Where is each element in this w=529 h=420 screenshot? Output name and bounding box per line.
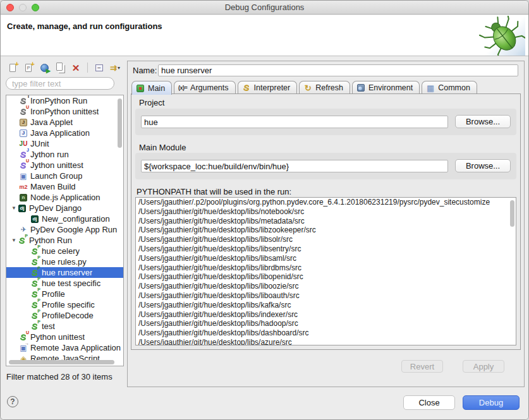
tree-item-label: PyDev Django	[29, 203, 82, 213]
tree-item-label: Java Applet	[30, 117, 73, 127]
tree-item[interactable]: ▼djPyDev Django	[6, 203, 123, 213]
tree-item-label: Python unittest	[30, 332, 85, 342]
common-tab-icon: ▦	[426, 83, 435, 92]
ironpython-run-icon: I	[19, 97, 28, 105]
name-input[interactable]	[158, 64, 518, 76]
tree-item-label: Remote Java Application	[30, 343, 121, 352]
filter-status: Filter matched 28 of 30 items	[6, 372, 112, 381]
collapse-all-icon[interactable]: −	[94, 62, 105, 73]
tab-refresh[interactable]: ↻Refresh	[299, 81, 350, 94]
launch-group-icon: ▣	[19, 172, 28, 181]
tree-item-label: IronPython Run	[30, 96, 87, 105]
tree-vscrollbar-thumb[interactable]	[118, 99, 122, 148]
project-browse-button[interactable]: Browse...	[455, 115, 511, 128]
tree-item[interactable]: djNew_configuration	[6, 213, 123, 224]
main-tab-content: Project Browse... Main Module Browse... …	[131, 93, 521, 350]
tree-item[interactable]: PProfile specific	[6, 299, 123, 310]
tab-label: Common	[438, 83, 470, 92]
pythonpath-entry[interactable]: /Users/jgauthier/git/hue/desktop/libs/ha…	[136, 319, 516, 328]
tab-arguments[interactable]: (x)=Arguments	[174, 81, 235, 94]
tree-item[interactable]: Phue runserver	[6, 267, 123, 278]
main-module-input[interactable]	[141, 160, 448, 172]
revert-button[interactable]: Revert	[401, 360, 443, 373]
pythonpath-entry[interactable]: /Users/jgauthier/git/hue/desktop/libs/ka…	[136, 301, 516, 310]
project-input[interactable]	[141, 116, 448, 128]
tree-item[interactable]: JJython run	[6, 149, 123, 160]
arguments-tab-icon: (x)=	[178, 83, 187, 92]
debug-bug-icon	[478, 16, 525, 56]
debug-button[interactable]: Debug	[463, 395, 520, 410]
expand-arrow-icon[interactable]: ▼	[11, 237, 18, 243]
tree-item[interactable]: Phue celery	[6, 246, 123, 256]
pythonpath-entry[interactable]: /Users/jgauthier/git/hue/desktop/libs/da…	[136, 328, 516, 338]
configurations-tree[interactable]: IIronPython RunUIronPython unittestJJava…	[6, 95, 124, 366]
tree-item[interactable]: Ptest	[6, 321, 123, 332]
tab-main[interactable]: Main	[131, 81, 172, 95]
main-module-browse-button[interactable]: Browse...	[455, 159, 511, 172]
zoom-window-icon[interactable]	[32, 4, 39, 11]
tree-item[interactable]: JJava Applet	[6, 117, 123, 128]
window-title: Debug Configurations	[225, 3, 305, 12]
pythonpath-entry[interactable]: /Users/jgauthier/git/hue/desktop/libs/li…	[136, 291, 516, 301]
expand-arrow-icon[interactable]: ▼	[11, 205, 18, 211]
pythonpath-entry[interactable]: /Users/jgauthier/git/hue/desktop/libs/az…	[136, 338, 516, 345]
pythonpath-entry[interactable]: /Users/jgauthier/git/hue/desktop/libs/li…	[136, 272, 516, 282]
tree-item[interactable]: nNode.js Application	[6, 192, 123, 203]
pythonpath-entry[interactable]: /Users/jgauthier/git/hue/desktop/libs/in…	[136, 310, 516, 320]
tree-item[interactable]: ▣→Remote Java Application	[6, 342, 123, 353]
tab-label: Refresh	[315, 83, 343, 92]
tree-item[interactable]: UPython unittest	[6, 332, 123, 342]
tab-label: Main	[148, 84, 165, 93]
pythonpath-entry[interactable]: /Users/jgauthier/git/hue/desktop/libs/no…	[136, 207, 516, 217]
pythonpath-entry[interactable]: /Users/jgauthier/git/hue/desktop/libs/li…	[136, 225, 516, 235]
tree-item-label: hue runserver	[42, 268, 92, 277]
tab-common[interactable]: ▦Common	[422, 81, 477, 94]
tree-item[interactable]: ✈PyDev Google App Run	[6, 224, 123, 235]
tree-item[interactable]: m2Maven Build	[6, 181, 123, 192]
tree-item[interactable]: ▼PPython Run	[6, 235, 123, 246]
tree-item[interactable]: JUJUnit	[6, 138, 123, 149]
python-run-icon: P	[30, 247, 39, 256]
new-prototype-icon[interactable]: P+	[23, 62, 34, 73]
tree-item[interactable]: Phue test specific	[6, 278, 123, 289]
new-configuration-icon[interactable]: +	[7, 62, 18, 73]
tab-interpreter[interactable]: Interpreter	[238, 81, 298, 94]
close-window-icon[interactable]	[6, 4, 14, 11]
django-icon: dj	[30, 215, 39, 224]
pythonpath-entry[interactable]: /Users/jgauthier/git/hue/desktop/libs/li…	[136, 244, 516, 254]
tree-item[interactable]: UJython unittest	[6, 160, 123, 171]
pythonpath-entry[interactable]: /Users/jgauthier/git/hue/desktop/libs/me…	[136, 217, 516, 226]
python-run-icon: P	[30, 311, 39, 320]
tab-environment[interactable]: Environment	[352, 81, 420, 94]
filter-configurations-icon[interactable]: ⇉▾	[109, 62, 121, 73]
tree-item-label: IronPython unittest	[30, 107, 99, 116]
pythonpath-list[interactable]: /Users/jgauthier/.p2/pool/plugins/org.py…	[135, 197, 516, 345]
delete-configuration-icon[interactable]: ✕	[70, 62, 82, 73]
pythonpath-entry[interactable]: /Users/jgauthier/git/hue/desktop/libs/li…	[136, 282, 516, 291]
pythonpath-entry[interactable]: /Users/jgauthier/git/hue/desktop/libs/li…	[136, 263, 516, 273]
tree-item[interactable]: JJava Application	[6, 128, 123, 138]
debug-configurations-dialog: Debug Configurations Create, manage, and…	[0, 0, 529, 420]
tree-item[interactable]: Phue rules.py	[6, 256, 123, 267]
pythonpath-entry[interactable]: /Users/jgauthier/git/hue/desktop/libs/li…	[136, 235, 516, 244]
launch-toolbar: +P+▶✕−⇉▾	[7, 61, 121, 75]
close-button[interactable]: Close	[403, 395, 455, 410]
export-configurations-icon[interactable]: ▶	[39, 62, 50, 73]
tree-item[interactable]: UIronPython unittest	[6, 106, 123, 117]
configuration-panel: Name: Main(x)=ArgumentsInterpreter↻Refre…	[127, 61, 525, 387]
pythonpath-scrollbar-thumb[interactable]	[510, 200, 514, 227]
tree-item[interactable]: PProfileDecode	[6, 310, 123, 321]
tree-item-label: PyDev Google App Run	[30, 225, 117, 234]
minimize-window-icon[interactable]	[19, 4, 27, 11]
tree-item[interactable]: PProfile	[6, 289, 123, 299]
filter-input[interactable]	[6, 77, 114, 90]
duplicate-configuration-icon[interactable]	[54, 62, 66, 73]
help-icon[interactable]: ?	[7, 396, 18, 407]
apply-button[interactable]: Apply	[463, 360, 504, 373]
name-label: Name:	[133, 66, 157, 75]
tree-hscrollbar-thumb[interactable]	[9, 360, 114, 364]
tree-item[interactable]: ▣Launch Group	[6, 171, 123, 181]
pythonpath-entry[interactable]: /Users/jgauthier/.p2/pool/plugins/org.py…	[136, 198, 516, 207]
tree-item[interactable]: IIronPython Run	[6, 95, 123, 106]
pythonpath-entry[interactable]: /Users/jgauthier/git/hue/desktop/libs/li…	[136, 254, 516, 263]
